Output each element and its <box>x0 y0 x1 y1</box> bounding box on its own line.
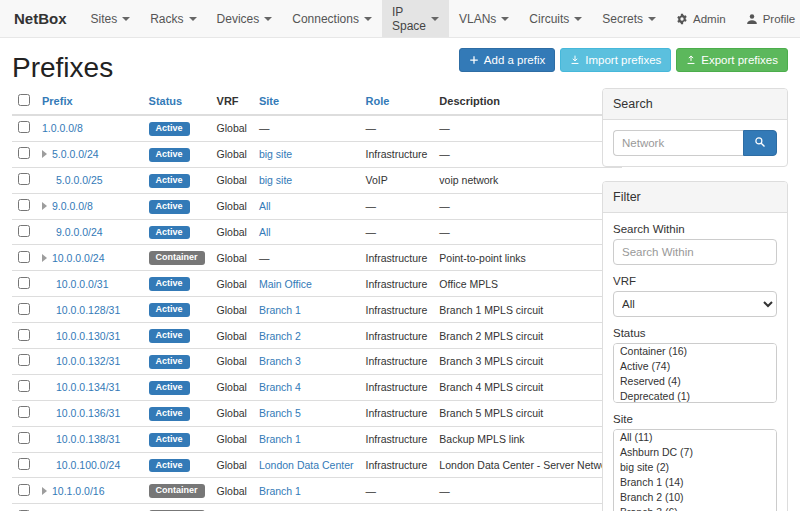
status-badge: Container <box>149 484 205 498</box>
search-within-input[interactable] <box>613 239 777 265</box>
filter-panel-title: Filter <box>603 182 787 213</box>
nav-item-connections[interactable]: Connections <box>282 0 382 37</box>
vrf-cell: Global <box>211 297 253 323</box>
prefix-link[interactable]: 5.0.0.0/24 <box>52 148 99 160</box>
row-checkbox[interactable] <box>18 303 30 315</box>
prefix-link[interactable]: 10.0.0.132/31 <box>56 355 120 367</box>
row-checkbox[interactable] <box>18 432 30 444</box>
row-checkbox[interactable] <box>18 199 30 211</box>
site-link[interactable]: Branch 4 <box>259 381 301 393</box>
vrf-select[interactable]: All <box>613 291 777 317</box>
site-link[interactable]: Branch 1 <box>259 485 301 497</box>
listbox-option[interactable]: Branch 2 (10) <box>614 490 776 505</box>
role-cell: — <box>360 115 434 141</box>
row-checkbox[interactable] <box>18 406 30 418</box>
brand-link[interactable]: NetBox <box>0 0 81 37</box>
row-checkbox[interactable] <box>18 354 30 366</box>
site-link[interactable]: London Data Center <box>259 459 354 471</box>
search-input[interactable] <box>613 130 743 156</box>
row-checkbox[interactable] <box>18 380 30 392</box>
prefix-link[interactable]: 10.0.0.130/31 <box>56 330 120 342</box>
sort-header-role[interactable]: Role <box>366 95 390 107</box>
row-checkbox[interactable] <box>18 329 30 341</box>
prefix-link[interactable]: 9.0.0.0/24 <box>56 226 103 238</box>
caret-down-icon <box>574 17 582 21</box>
site-link[interactable]: Branch 1 <box>259 304 301 316</box>
site-link[interactable]: Branch 3 <box>259 355 301 367</box>
prefix-link[interactable]: 10.0.0.128/31 <box>56 304 120 316</box>
sidebar: Search Filter Search Within VRF <box>602 88 788 511</box>
status-badge: Active <box>149 329 190 343</box>
row-checkbox[interactable] <box>18 484 30 496</box>
row-checkbox[interactable] <box>18 458 30 470</box>
row-checkbox[interactable] <box>18 173 30 185</box>
role-cell: Infrastructure <box>360 504 434 511</box>
nav-item-secrets[interactable]: Secrets <box>592 0 666 37</box>
listbox-option[interactable]: Reserved (4) <box>614 374 776 389</box>
listbox-option[interactable]: All (11) <box>614 430 776 445</box>
prefix-link[interactable]: 5.0.0.0/25 <box>56 174 103 186</box>
prefix-link[interactable]: 9.0.0.0/8 <box>52 200 93 212</box>
role-cell: VoIP <box>360 167 434 193</box>
sort-header-status[interactable]: Status <box>149 95 183 107</box>
site-listbox[interactable]: All (11)Ashburn DC (7)big site (2)Branch… <box>613 429 777 511</box>
status-badge: Active <box>149 459 190 473</box>
add-prefix-button[interactable]: Add a prefix <box>459 48 555 72</box>
caret-down-icon <box>501 17 509 21</box>
prefix-link[interactable]: 10.0.0.0/31 <box>56 278 109 290</box>
prefix-link[interactable]: 10.1.0.0/16 <box>52 485 105 497</box>
site-link[interactable]: Branch 2 <box>259 330 301 342</box>
table-row: 10.0.0.138/31ActiveGlobalBranch 1Infrast… <box>12 426 622 452</box>
sort-header-prefix[interactable]: Prefix <box>42 95 73 107</box>
nav-item-ip-space[interactable]: IP Space <box>382 0 449 37</box>
status-badge: Active <box>149 277 190 291</box>
row-checkbox[interactable] <box>18 251 30 263</box>
import-prefixes-button[interactable]: Import prefixes <box>560 48 671 72</box>
vrf-label: VRF <box>613 275 777 287</box>
table-row: 10.0.0.0/31ActiveGlobalMain OfficeInfras… <box>12 271 622 297</box>
nav-item-admin[interactable]: Admin <box>666 0 736 37</box>
select-all-checkbox[interactable] <box>18 94 30 106</box>
prefix-link[interactable]: 10.0.0.136/31 <box>56 407 120 419</box>
status-listbox[interactable]: Container (16)Active (74)Reserved (4)Dep… <box>613 343 777 403</box>
row-checkbox[interactable] <box>18 225 30 237</box>
prefix-link[interactable]: 10.0.0.138/31 <box>56 433 120 445</box>
listbox-option[interactable]: big site (2) <box>614 460 776 475</box>
export-prefixes-button[interactable]: Export prefixes <box>676 48 788 72</box>
listbox-option[interactable]: Container (16) <box>614 344 776 359</box>
nav-item-profile[interactable]: Profile <box>736 0 800 37</box>
nav-item-circuits[interactable]: Circuits <box>519 0 592 37</box>
description-cell: — <box>433 193 621 219</box>
vrf-cell: Global <box>211 193 253 219</box>
prefix-link[interactable]: 1.0.0.0/8 <box>42 122 83 134</box>
site-link[interactable]: All <box>259 200 271 212</box>
vrf-cell: Global <box>211 219 253 245</box>
prefix-link[interactable]: 10.0.0.0/24 <box>52 252 105 264</box>
listbox-option[interactable]: Branch 3 (6) <box>614 505 776 511</box>
nav-item-devices[interactable]: Devices <box>207 0 283 37</box>
site-link[interactable]: Branch 1 <box>259 433 301 445</box>
listbox-option[interactable]: Active (74) <box>614 359 776 374</box>
site-cell: — <box>253 245 360 271</box>
site-link[interactable]: Branch 5 <box>259 407 301 419</box>
row-checkbox[interactable] <box>18 277 30 289</box>
status-badge: Active <box>149 381 190 395</box>
row-checkbox[interactable] <box>18 121 30 133</box>
listbox-option[interactable]: Branch 1 (14) <box>614 475 776 490</box>
nav-item-sites[interactable]: Sites <box>81 0 141 37</box>
vrf-cell: Global <box>211 245 253 271</box>
site-link[interactable]: All <box>259 226 271 238</box>
site-link[interactable]: big site <box>259 174 292 186</box>
site-link[interactable]: big site <box>259 148 292 160</box>
prefix-link[interactable]: 10.0.100.0/24 <box>56 459 120 471</box>
search-button[interactable] <box>743 130 777 156</box>
nav-item-racks[interactable]: Racks <box>140 0 206 37</box>
row-checkbox[interactable] <box>18 147 30 159</box>
site-link[interactable]: Main Office <box>259 278 312 290</box>
sort-header-site[interactable]: Site <box>259 95 279 107</box>
caret-down-icon <box>189 17 197 21</box>
listbox-option[interactable]: Ashburn DC (7) <box>614 445 776 460</box>
nav-item-vlans[interactable]: VLANs <box>449 0 519 37</box>
listbox-option[interactable]: Deprecated (1) <box>614 389 776 403</box>
prefix-link[interactable]: 10.0.0.134/31 <box>56 381 120 393</box>
